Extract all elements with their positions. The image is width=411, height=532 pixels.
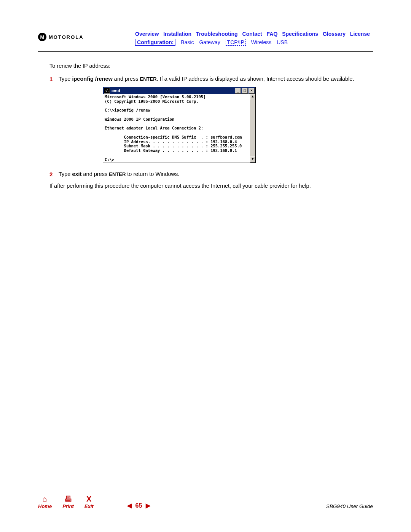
nav-faq[interactable]: FAQ — [267, 31, 278, 37]
minimize-icon[interactable]: _ — [235, 88, 241, 94]
nav-troubleshooting[interactable]: Troubleshooting — [196, 31, 238, 37]
cmd-title-text: cmd — [112, 88, 120, 94]
step-1-number: 1 — [49, 75, 59, 83]
step-1-key: ENTER — [140, 76, 157, 82]
motorola-batwing-icon: M — [38, 33, 46, 41]
step-1-pre: Type — [59, 76, 72, 82]
step-1-mid: and press — [113, 76, 140, 82]
scroll-up-icon[interactable]: ▲ — [250, 94, 255, 100]
scroll-down-icon[interactable]: ▼ — [250, 157, 255, 163]
home-icon: ⌂ — [43, 495, 47, 503]
print-icon: 🖶 — [64, 495, 72, 503]
print-label: Print — [62, 503, 74, 509]
home-label: Home — [38, 503, 52, 509]
subnav-basic[interactable]: Basic — [181, 39, 194, 45]
subnav-gateway[interactable]: Gateway — [199, 39, 220, 45]
step-2-number: 2 — [49, 171, 59, 178]
exit-button[interactable]: X Exit — [84, 495, 94, 509]
top-nav: Overview Installation Troubleshooting Co… — [135, 30, 373, 38]
cmd-output: Microsoft Windows 2000 [Version 5.00.219… — [105, 95, 250, 162]
step-2-pre: Type — [59, 171, 72, 177]
subnav-tcpip[interactable]: TCP/IP — [226, 39, 246, 46]
step-2-post: to return to Windows. — [126, 171, 179, 177]
cmd-window: c\ cmd _ □ × Microsoft Windows 2000 [Ver… — [103, 87, 256, 163]
prev-page-icon[interactable]: ◀ — [127, 502, 132, 509]
header-divider — [38, 51, 373, 52]
close-icon[interactable]: × — [249, 88, 255, 94]
subnav-usb[interactable]: USB — [277, 39, 288, 45]
exit-icon: X — [86, 495, 91, 503]
cmd-scrollbar[interactable]: ▲ ▼ — [250, 94, 255, 163]
step-2-cmd: exit — [72, 171, 81, 177]
doc-title: SBG940 User Guide — [326, 503, 373, 509]
sub-nav: Configuration: Basic Gateway TCP/IP Wire… — [135, 39, 373, 46]
cmd-titlebar: c\ cmd _ □ × — [103, 87, 255, 94]
maximize-icon[interactable]: □ — [242, 88, 248, 94]
nav-glossary[interactable]: Glossary — [323, 31, 346, 37]
page-number: 65 — [135, 502, 142, 509]
step-1-post: . If a valid IP address is displayed as … — [157, 76, 354, 82]
print-button[interactable]: 🖶 Print — [62, 495, 74, 509]
nav-overview[interactable]: Overview — [135, 31, 159, 37]
nav-specifications[interactable]: Specifications — [282, 31, 318, 37]
exit-label: Exit — [84, 503, 94, 509]
step-2-mid: and press — [81, 171, 109, 177]
step-1: 1 Type ipconfig /renew and press ENTER. … — [49, 75, 373, 83]
step-1-text: Type ipconfig /renew and press ENTER. If… — [59, 75, 373, 83]
cmd-app-icon: c\ — [104, 88, 110, 94]
page-navigator: ◀ 65 ▶ — [127, 502, 151, 509]
subnav-current: Configuration: — [135, 39, 175, 46]
step-2-key: ENTER — [109, 171, 126, 177]
brand-text: MOTOROLA — [49, 34, 84, 40]
brand-logo: M MOTOROLA — [38, 30, 84, 41]
nav-contact[interactable]: Contact — [242, 31, 262, 37]
closing-text: If after performing this procedure the c… — [49, 182, 373, 190]
step-2: 2 Type exit and press ENTER to return to… — [49, 171, 373, 178]
step-1-cmd: ipconfig /renew — [72, 76, 112, 82]
nav-installation[interactable]: Installation — [163, 31, 191, 37]
nav-license[interactable]: License — [350, 31, 370, 37]
subnav-wireless[interactable]: Wireless — [251, 39, 272, 45]
step-2-text: Type exit and press ENTER to return to W… — [59, 171, 373, 178]
home-button[interactable]: ⌂ Home — [38, 495, 52, 509]
next-page-icon[interactable]: ▶ — [146, 502, 150, 509]
cmd-body: Microsoft Windows 2000 [Version 5.00.219… — [103, 94, 255, 163]
intro-text: To renew the IP address: — [49, 62, 373, 70]
